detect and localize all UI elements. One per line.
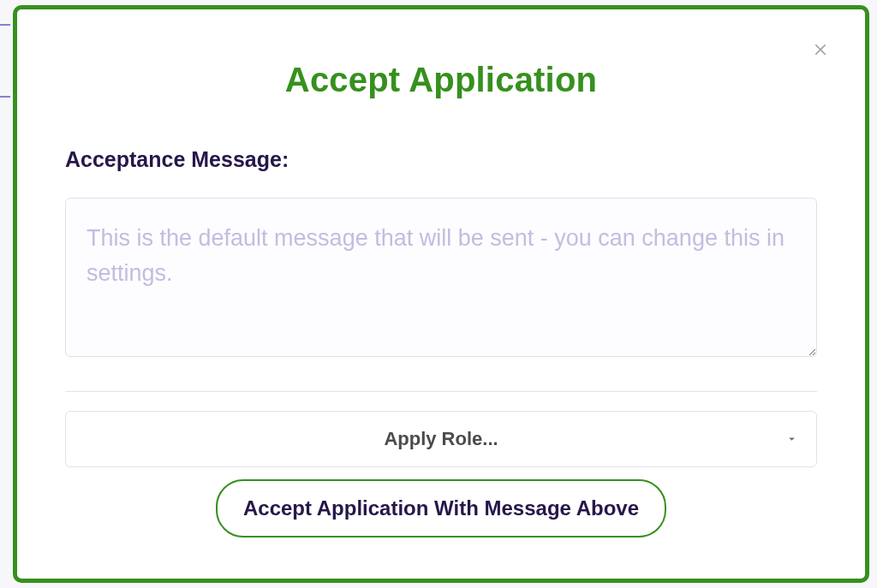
background-decor-line: [0, 96, 10, 98]
background-decor-line: [0, 24, 10, 26]
apply-role-dropdown[interactable]: Apply Role...: [65, 411, 817, 467]
accept-application-button[interactable]: Accept Application With Message Above: [216, 479, 666, 538]
acceptance-message-label: Acceptance Message:: [65, 147, 817, 172]
close-button[interactable]: [808, 39, 832, 62]
modal-title: Accept Application: [65, 61, 817, 99]
divider: [65, 391, 817, 392]
acceptance-message-input[interactable]: [65, 198, 817, 357]
accept-button-container: Accept Application With Message Above: [65, 479, 817, 538]
chevron-down-icon: [786, 434, 797, 445]
close-icon: [813, 42, 828, 60]
accept-application-modal: Accept Application Acceptance Message: A…: [13, 5, 869, 583]
dropdown-label: Apply Role...: [384, 428, 498, 450]
